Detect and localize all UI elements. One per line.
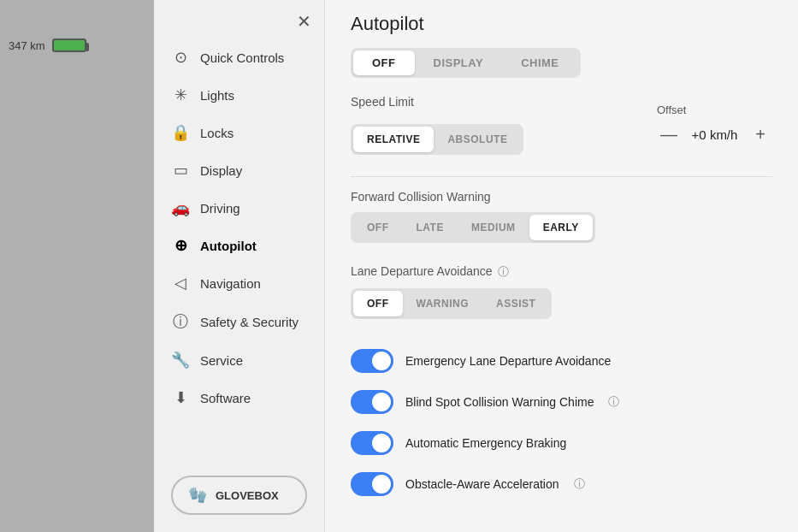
toggle-blind-spot[interactable] <box>351 390 393 414</box>
sidebar-item-safety-security[interactable]: ⓘ Safety & Security <box>154 302 324 341</box>
toggle-label-emergency-lane: Emergency Lane Departure Avoidance <box>405 354 611 368</box>
sidebar-header: ✕ <box>154 9 324 38</box>
toggles-container: Emergency Lane Departure AvoidanceBlind … <box>351 340 772 505</box>
sidebar-item-service[interactable]: 🔧 Service <box>154 341 324 379</box>
lane-departure-label: Lane Departure Avoidance ⓘ <box>351 264 772 280</box>
display-icon: ▭ <box>171 161 190 180</box>
service-icon: 🔧 <box>171 351 190 369</box>
toggle-row-obstacle-aware: Obstacle-Aware Accelerationⓘ <box>351 464 772 505</box>
tab-chime[interactable]: CHIME <box>502 50 577 75</box>
locks-icon: 🔒 <box>171 123 190 142</box>
glovebox-button[interactable]: 🧤 GLOVEBOX <box>171 476 307 515</box>
offset-plus-btn[interactable]: + <box>748 123 772 147</box>
divider-1 <box>351 176 772 177</box>
autopilot-label: Autopilot <box>200 239 257 253</box>
lda-assist-btn[interactable]: ASSIST <box>482 291 549 316</box>
locks-label: Locks <box>200 126 233 140</box>
fcw-medium-btn[interactable]: MEDIUM <box>458 215 529 240</box>
fcw-late-btn[interactable]: LATE <box>403 215 458 240</box>
lda-off-btn[interactable]: OFF <box>353 291 403 316</box>
toggle-label-blind-spot: Blind Spot Collision Warning Chime <box>405 395 594 409</box>
speed-limit-segmented: RELATIVE ABSOLUTE <box>351 124 523 155</box>
toggle-obstacle-aware[interactable] <box>351 472 393 496</box>
autopilot-icon: ⊕ <box>171 236 190 255</box>
toggle-label-auto-emergency-braking: Automatic Emergency Braking <box>405 436 566 450</box>
toggle-row-blind-spot: Blind Spot Collision Warning Chimeⓘ <box>351 381 772 423</box>
close-button[interactable]: ✕ <box>297 13 311 30</box>
lda-warning-btn[interactable]: WARNING <box>403 291 483 316</box>
toggle-row-auto-emergency-braking: Automatic Emergency Braking <box>351 423 772 464</box>
obstacle-aware-info-icon[interactable]: ⓘ <box>574 476 585 492</box>
tab-row: OFFDISPLAYCHIME <box>351 48 581 78</box>
sidebar-item-navigation[interactable]: ◁ Navigation <box>154 264 324 302</box>
left-panel: 347 km <box>0 0 154 532</box>
fcw-early-btn[interactable]: EARLY <box>529 215 593 240</box>
sidebar-item-driving[interactable]: 🚗 Driving <box>154 189 324 227</box>
battery-icon <box>52 38 86 52</box>
quick-controls-label: Quick Controls <box>200 50 284 65</box>
lights-label: Lights <box>200 88 234 103</box>
tab-display[interactable]: DISPLAY <box>415 50 503 75</box>
safety-security-label: Safety & Security <box>200 315 299 329</box>
toggle-label-obstacle-aware: Obstacle-Aware Acceleration <box>405 477 559 491</box>
sidebar-item-lights[interactable]: ✳ Lights <box>154 76 324 114</box>
offset-section: Offset — +0 km/h + <box>657 103 772 147</box>
toggle-auto-emergency-braking[interactable] <box>351 431 393 455</box>
toggle-emergency-lane[interactable] <box>351 349 393 373</box>
sidebar-nav: ⊙ Quick Controls ✳ Lights 🔒 Locks ▭ Disp… <box>154 38 324 417</box>
lane-departure-section: Lane Departure Avoidance ⓘ OFFWARNINGASS… <box>351 264 772 319</box>
sidebar-item-software[interactable]: ⬇ Software <box>154 379 324 417</box>
forward-collision-section: Forward Collision Warning OFFLATEMEDIUME… <box>351 190 772 243</box>
glovebox-label: GLOVEBOX <box>216 489 279 502</box>
sidebar: ✕ ⊙ Quick Controls ✳ Lights 🔒 Locks ▭ Di… <box>154 0 325 532</box>
quick-controls-icon: ⊙ <box>171 48 190 67</box>
service-label: Service <box>200 353 243 368</box>
safety-security-icon: ⓘ <box>171 311 190 332</box>
navigation-label: Navigation <box>200 276 261 291</box>
speed-limit-left: Speed Limit RELATIVE ABSOLUTE <box>351 95 523 155</box>
toggle-row-emergency-lane: Emergency Lane Departure Avoidance <box>351 340 772 381</box>
absolute-btn[interactable]: ABSOLUTE <box>434 127 521 152</box>
battery-text: 347 km <box>9 39 45 52</box>
battery-bar: 347 km <box>9 38 86 52</box>
driving-label: Driving <box>200 201 240 216</box>
lane-departure-info-icon[interactable]: ⓘ <box>498 265 509 278</box>
offset-control: — +0 km/h + <box>657 123 772 147</box>
lights-icon: ✳ <box>171 86 190 104</box>
driving-icon: 🚗 <box>171 198 190 217</box>
relative-btn[interactable]: RELATIVE <box>353 127 434 152</box>
speed-limit-label: Speed Limit <box>351 95 523 109</box>
tab-off[interactable]: OFF <box>353 50 415 75</box>
software-icon: ⬇ <box>171 388 190 407</box>
navigation-icon: ◁ <box>171 274 190 293</box>
lane-departure-segmented: OFFWARNINGASSIST <box>351 288 552 319</box>
speed-limit-section: Speed Limit RELATIVE ABSOLUTE Offset — +… <box>351 95 772 155</box>
sidebar-item-locks[interactable]: 🔒 Locks <box>154 114 324 151</box>
offset-minus-btn[interactable]: — <box>657 123 681 147</box>
glovebox-icon: 🧤 <box>188 486 207 505</box>
software-label: Software <box>200 391 251 405</box>
forward-collision-segmented: OFFLATEMEDIUMEARLY <box>351 212 595 243</box>
blind-spot-info-icon[interactable]: ⓘ <box>608 394 619 410</box>
sidebar-item-quick-controls[interactable]: ⊙ Quick Controls <box>154 38 324 76</box>
offset-label: Offset <box>657 103 772 116</box>
display-label: Display <box>200 163 242 178</box>
sidebar-item-display[interactable]: ▭ Display <box>154 151 324 189</box>
forward-collision-label: Forward Collision Warning <box>351 190 772 204</box>
fcw-off-btn[interactable]: OFF <box>353 215 403 240</box>
page-title: Autopilot <box>351 13 772 35</box>
sidebar-item-autopilot[interactable]: ⊕ Autopilot <box>154 227 324 264</box>
offset-value: +0 km/h <box>691 127 738 142</box>
main-content: Autopilot OFFDISPLAYCHIME Speed Limit RE… <box>325 0 798 532</box>
